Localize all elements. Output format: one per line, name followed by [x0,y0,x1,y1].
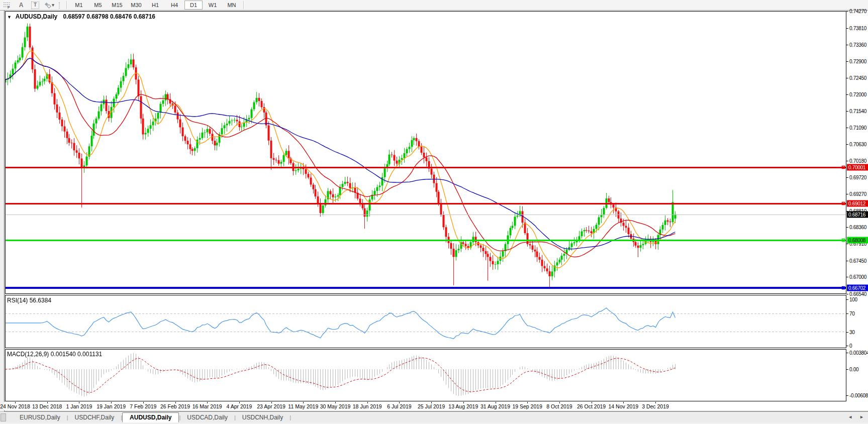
text-icon[interactable]: T [30,1,41,9]
price-axis-label: 0.67450 [849,258,866,263]
tab-scroll-right-button[interactable]: ► [859,414,864,419]
timeframe-button-m1[interactable]: M1 [70,1,88,10]
text-label-icon[interactable]: A [16,1,27,9]
chart-tabs: EURUSD,Daily|USDCHF,Daily|AUDUSD,Daily|U… [13,412,291,422]
tab-scroll-arrows: ◄ ► [848,414,864,419]
macd-axis-label: -0.006087 [849,393,868,398]
price-axis-tick [846,227,848,228]
timeframe-button-m15[interactable]: M15 [108,1,126,10]
text-icon-glyph: T [31,2,39,9]
time-axis-label: 3 Dec 2019 [642,403,669,409]
timeframe-button-w1[interactable]: W1 [204,1,222,10]
price-axis-label: 0.72000 [849,91,866,97]
time-axis-label: 30 May 2019 [320,403,351,409]
price-axis-tick [846,244,848,244]
tab-usdcad-daily[interactable]: USDCAD,Daily [180,413,234,422]
toolbar-separator [66,1,67,9]
rsi-axis-tick [846,299,848,300]
price-axis-label: 0.72450 [849,75,866,80]
rsi-axis-tick [846,332,848,333]
tab-eurusd-daily[interactable]: EURUSD,Daily [13,413,67,422]
time-axis-label: 26 Oct 2019 [577,403,606,409]
price-axis-label: 0.71090 [849,125,866,130]
time-axis-label: 23 Apr 2019 [257,403,285,409]
price-tag-0-68008: 0.68008 [847,237,868,244]
time-axis[interactable]: 24 Nov 201813 Dec 20181 Jan 201919 Jan 2… [4,402,846,410]
price-axis-tick [846,177,848,178]
chart-tab-bar: EURUSD,Daily|USDCHF,Daily|AUDUSD,Daily|U… [0,411,868,422]
price-tag-0-69012: 0.69012 [847,200,868,206]
time-axis-label: 1 Jan 2019 [66,403,92,409]
tab-usdcnh-daily[interactable]: USDCNH,Daily [236,413,290,422]
chart-title: ▼ AUDUSD,Daily 0.68597 0.68798 0.68476 0… [7,13,155,20]
rsi-indicator-label: RSI(14) 56.6384 [7,297,51,304]
rsi-axis-label: 100 [849,297,857,302]
price-axis-label: 0.70630 [849,142,866,147]
collapse-triangle-icon[interactable]: ▼ [7,15,12,20]
price-axis-tick [846,261,848,261]
price-axis-label: 0.72900 [849,59,866,64]
price-axis-label: 0.68360 [849,225,866,230]
time-axis-label: 31 Aug 2019 [480,403,510,409]
rsi-axis-label: 30 [849,329,855,335]
macd-axis-tick [846,353,848,353]
shapes-dropdown-caret[interactable]: ▾ [52,3,54,8]
timeframe-button-m5[interactable]: M5 [89,1,107,10]
price-axis-tick [846,128,848,128]
time-axis-label: 4 Apr 2019 [226,403,252,409]
time-axis-label: 7 Feb 2019 [130,403,156,409]
fibonacci-icon[interactable]: F [2,1,13,9]
time-axis-label: 11 May 2019 [288,403,318,409]
time-axis-label: 25 Jul 2019 [418,403,445,409]
timeframe-button-mn[interactable]: MN [223,1,241,10]
price-axis-label: 0.73360 [849,42,866,47]
rsi-axis-tick [846,346,848,346]
mt4-window: F A T ▾ M1M5M15M30H1H4D1W1MN ▼ AUDUSD,Da… [0,0,868,424]
price-axis-tick [846,194,848,194]
price-axis-tick [846,78,848,78]
price-axis-tick [846,161,848,161]
price-axis-label: 0.67000 [849,274,866,280]
tab-audusd-daily[interactable]: AUDUSD,Daily [122,412,179,422]
time-axis-label: 13 Aug 2019 [448,403,478,409]
toolbar-grip[interactable] [59,2,62,9]
time-axis-label: 13 Dec 2018 [32,403,62,409]
rsi-axis-label: 70 [849,310,855,316]
macd-axis-label: 0.003804 [849,350,868,356]
timeframe-toolbar: M1M5M15M30H1H4D1W1MN [69,1,241,10]
macd-axis-tick [846,369,848,370]
time-axis-label: 14 Nov 2019 [609,403,639,409]
timeframe-button-d1[interactable]: D1 [184,1,203,10]
macd-axis-label: 0.00 [849,367,858,372]
macd-indicator-label: MACD(12,26,9) 0.001540 0.001131 [7,351,102,358]
chart-symbol-label: AUDUSD,Daily [16,13,57,20]
price-chart-canvas[interactable] [5,11,846,401]
price-axis-label: 0.70180 [849,158,866,163]
price-tag-0-68716: 0.68716 [847,211,868,218]
timeframe-button-h4[interactable]: H4 [165,1,183,10]
price-axis-tick [846,28,848,29]
time-axis-label: 19 Jan 2019 [97,403,126,409]
price-axis-tick [846,94,848,95]
shapes-icon[interactable]: ▾ [44,1,55,9]
tab-scroll-left-button[interactable]: ◄ [848,414,852,419]
rsi-axis-label: 0 [849,343,852,348]
time-axis-label: 24 Nov 2018 [0,403,30,409]
time-axis-label: 19 Sep 2019 [512,403,542,409]
tab-usdchf-daily[interactable]: USDCHF,Daily [68,413,121,422]
price-axis-tick [846,277,848,277]
price-axis-label: 0.69720 [849,175,866,180]
price-axis-label: 0.71540 [849,108,866,114]
price-tag-0-70001: 0.70001 [847,164,868,170]
time-axis-label: 6 Jul 2019 [387,403,411,409]
drawing-toolbar: F A T ▾ M1M5M15M30H1H4D1W1MN [0,0,868,11]
price-tag-0-66702: 0.66702 [847,285,868,291]
timeframe-button-h1[interactable]: H1 [146,1,164,10]
price-axis-label: 0.66540 [849,291,866,296]
price-axis-tick [846,45,848,45]
price-axis-label: 0.69270 [849,191,866,197]
price-axis-tick [846,294,848,294]
timeframe-button-m30[interactable]: M30 [127,1,145,10]
price-axis-tick [846,144,848,145]
toolbar-separator-2 [243,1,244,9]
